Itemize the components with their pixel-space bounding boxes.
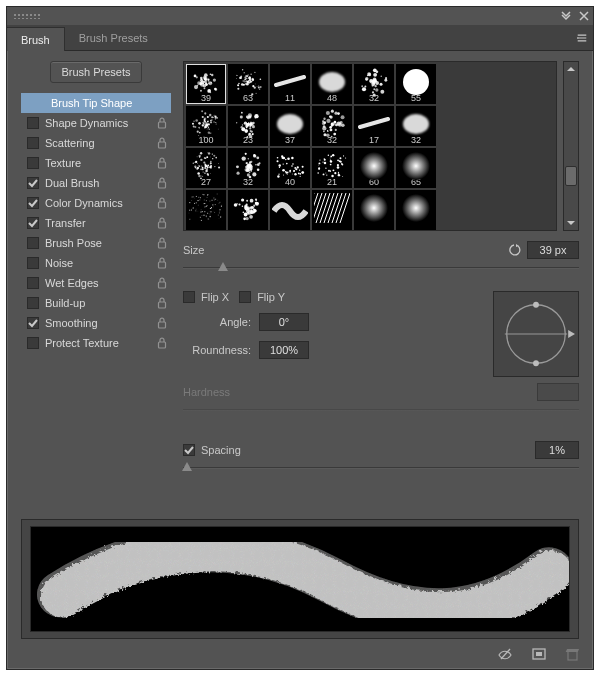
lock-icon[interactable] bbox=[157, 117, 167, 129]
lock-icon[interactable] bbox=[157, 177, 167, 189]
panel-menu-icon[interactable] bbox=[577, 33, 587, 43]
brush-thumb[interactable]: 65 bbox=[396, 148, 436, 188]
attr-item-transfer[interactable]: Transfer bbox=[21, 213, 171, 233]
attr-item-scattering[interactable]: Scattering bbox=[21, 133, 171, 153]
collapse-icon[interactable] bbox=[561, 11, 571, 21]
spacing-value[interactable]: 1% bbox=[535, 441, 579, 459]
new-brush-icon[interactable] bbox=[531, 647, 547, 661]
brush-thumb[interactable]: 32 bbox=[396, 106, 436, 146]
brush-thumb[interactable]: 40 bbox=[270, 148, 310, 188]
attr-checkbox[interactable] bbox=[27, 197, 39, 209]
brush-thumb[interactable]: 11 bbox=[270, 64, 310, 104]
attr-checkbox[interactable] bbox=[27, 177, 39, 189]
brush-thumb[interactable] bbox=[270, 190, 310, 230]
brush-thumb[interactable]: 32 bbox=[312, 106, 352, 146]
attr-item-dual-brush[interactable]: Dual Brush bbox=[21, 173, 171, 193]
spacing-checkbox[interactable] bbox=[183, 444, 195, 456]
trash-icon[interactable] bbox=[565, 647, 581, 661]
lock-icon[interactable] bbox=[157, 217, 167, 229]
brush-thumb[interactable] bbox=[312, 190, 352, 230]
drag-grip-icon[interactable] bbox=[13, 13, 41, 19]
attr-item-shape-dynamics[interactable]: Shape Dynamics bbox=[21, 113, 171, 133]
lock-icon[interactable] bbox=[157, 337, 167, 349]
size-slider[interactable] bbox=[183, 261, 579, 275]
flip-x-checkbox[interactable] bbox=[183, 291, 195, 303]
lock-icon[interactable] bbox=[157, 157, 167, 169]
lock-icon[interactable] bbox=[157, 257, 167, 269]
attr-item-brush-pose[interactable]: Brush Pose bbox=[21, 233, 171, 253]
brush-thumb[interactable]: 27 bbox=[186, 148, 226, 188]
svg-point-492 bbox=[330, 160, 332, 162]
close-icon[interactable] bbox=[579, 11, 589, 21]
attr-checkbox[interactable] bbox=[27, 337, 39, 349]
brush-thumb[interactable]: 60 bbox=[354, 148, 394, 188]
tab-brush-presets[interactable]: Brush Presets bbox=[65, 26, 162, 49]
brush-thumb[interactable]: 63 bbox=[228, 64, 268, 104]
lock-icon[interactable] bbox=[157, 197, 167, 209]
angle-roundness-widget[interactable] bbox=[493, 291, 579, 377]
svg-point-191 bbox=[216, 123, 217, 124]
scroll-thumb[interactable] bbox=[565, 166, 577, 186]
brush-thumb[interactable] bbox=[354, 190, 394, 230]
attr-checkbox[interactable] bbox=[27, 157, 39, 169]
angle-value[interactable]: 0° bbox=[259, 313, 309, 331]
attr-item-wet-edges[interactable]: Wet Edges bbox=[21, 273, 171, 293]
brush-thumb[interactable]: 37 bbox=[270, 106, 310, 146]
lock-icon[interactable] bbox=[157, 277, 167, 289]
flip-y-checkbox[interactable] bbox=[239, 291, 251, 303]
brush-thumb[interactable]: 32 bbox=[228, 148, 268, 188]
brush-preview-frame bbox=[21, 519, 579, 639]
brush-thumb[interactable]: 39 bbox=[186, 64, 226, 104]
attr-item-noise[interactable]: Noise bbox=[21, 253, 171, 273]
attr-checkbox[interactable] bbox=[27, 237, 39, 249]
attr-checkbox[interactable] bbox=[27, 137, 39, 149]
brush-thumb[interactable]: 21 bbox=[312, 148, 352, 188]
lock-icon[interactable] bbox=[157, 137, 167, 149]
brush-thumb[interactable]: 55 bbox=[396, 64, 436, 104]
attr-checkbox[interactable] bbox=[27, 277, 39, 289]
brush-thumb[interactable]: 23 bbox=[228, 106, 268, 146]
brush-thumb[interactable] bbox=[396, 190, 436, 230]
attr-checkbox[interactable] bbox=[27, 217, 39, 229]
brush-thumb[interactable] bbox=[186, 190, 226, 230]
size-value[interactable]: 39 px bbox=[527, 241, 579, 259]
svg-point-453 bbox=[282, 157, 284, 159]
brush-presets-button[interactable]: Brush Presets bbox=[50, 61, 141, 83]
brush-thumb[interactable]: 100 bbox=[186, 106, 226, 146]
attr-checkbox[interactable] bbox=[27, 117, 39, 129]
brush-thumb[interactable]: 48 bbox=[312, 64, 352, 104]
svg-point-365 bbox=[201, 166, 202, 167]
toggle-preview-icon[interactable] bbox=[497, 647, 513, 661]
svg-point-460 bbox=[323, 173, 325, 175]
thumbnail-scrollbar[interactable] bbox=[563, 61, 579, 231]
lock-icon[interactable] bbox=[157, 297, 167, 309]
brush-thumb[interactable]: 32 bbox=[354, 64, 394, 104]
attr-item-build-up[interactable]: Build-up bbox=[21, 293, 171, 313]
attr-checkbox[interactable] bbox=[27, 317, 39, 329]
spacing-slider-handle[interactable] bbox=[182, 462, 192, 471]
attr-item-smoothing[interactable]: Smoothing bbox=[21, 313, 171, 333]
svg-point-373 bbox=[199, 156, 200, 157]
attr-item-color-dynamics[interactable]: Color Dynamics bbox=[21, 193, 171, 213]
tab-brush[interactable]: Brush bbox=[7, 27, 65, 51]
hardness-value-disabled bbox=[537, 383, 579, 401]
svg-point-467 bbox=[334, 172, 336, 174]
attr-item-brush-tip-shape[interactable]: Brush Tip Shape bbox=[21, 93, 171, 113]
lock-icon[interactable] bbox=[157, 237, 167, 249]
svg-point-277 bbox=[323, 118, 325, 120]
lock-icon[interactable] bbox=[157, 317, 167, 329]
titlebar[interactable] bbox=[7, 7, 593, 25]
roundness-value[interactable]: 100% bbox=[259, 341, 309, 359]
brush-thumb[interactable]: 17 bbox=[354, 106, 394, 146]
attr-checkbox[interactable] bbox=[27, 297, 39, 309]
attr-item-protect-texture[interactable]: Protect Texture bbox=[21, 333, 171, 353]
brush-thumb[interactable] bbox=[228, 190, 268, 230]
svg-point-103 bbox=[249, 79, 250, 80]
scroll-down-icon[interactable] bbox=[564, 216, 578, 230]
reset-size-icon[interactable] bbox=[507, 243, 521, 257]
attr-checkbox[interactable] bbox=[27, 257, 39, 269]
scroll-up-icon[interactable] bbox=[564, 62, 578, 76]
size-slider-handle[interactable] bbox=[218, 262, 228, 271]
attr-item-texture[interactable]: Texture bbox=[21, 153, 171, 173]
spacing-slider[interactable] bbox=[183, 461, 579, 475]
